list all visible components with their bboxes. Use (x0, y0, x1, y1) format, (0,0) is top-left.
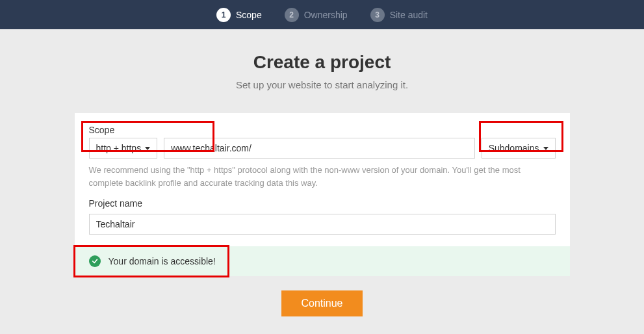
step-label-site-audit: Site audit (390, 10, 428, 20)
check-circle-icon (89, 255, 101, 267)
project-name-label: Project name (89, 198, 556, 209)
step-circle-2: 2 (285, 8, 299, 22)
url-input[interactable] (164, 138, 475, 159)
step-circle-1: 1 (216, 8, 231, 22)
page-subtitle: Set up your website to start analyzing i… (0, 79, 644, 90)
stepper-bar: 1 Scope 2 Ownership 3 Site audit (0, 0, 644, 29)
page-title: Create a project (0, 52, 644, 73)
step-label-scope: Scope (236, 10, 262, 20)
subdomains-dropdown[interactable]: Subdomains (482, 138, 556, 159)
step-ownership[interactable]: 2 Ownership (285, 8, 348, 22)
chevron-down-icon (543, 147, 548, 150)
subdomains-dropdown-value: Subdomains (489, 143, 539, 153)
recommend-text: We recommend using the "http + https" pr… (89, 164, 556, 189)
step-site-audit[interactable]: 3 Site audit (370, 8, 428, 22)
scope-row: Scope http + https Subdomains (89, 125, 556, 159)
step-circle-3: 3 (370, 8, 385, 22)
protocol-dropdown-value: http + https (96, 143, 142, 153)
project-name-section: Project name (89, 198, 556, 235)
step-scope[interactable]: 1 Scope (216, 8, 262, 22)
continue-button[interactable]: Continue (281, 290, 362, 316)
scope-left: Scope http + https (89, 125, 158, 159)
project-form-card: Scope http + https Subdomains We recomme… (75, 113, 570, 276)
step-label-ownership: Ownership (304, 10, 348, 20)
project-name-input[interactable] (89, 214, 556, 235)
protocol-dropdown[interactable]: http + https (89, 138, 158, 159)
status-text: Your domain is accessible! (109, 256, 216, 266)
subdomains-wrap: Subdomains (482, 138, 556, 159)
chevron-down-icon (145, 147, 150, 150)
scope-label: Scope (89, 125, 158, 135)
status-banner: Your domain is accessible! (75, 246, 570, 276)
